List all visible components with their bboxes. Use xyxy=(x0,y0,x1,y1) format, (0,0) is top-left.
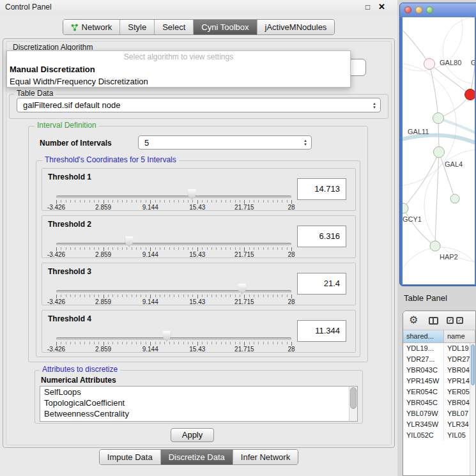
checkbox-checked-icon[interactable]: ✓ xyxy=(456,317,463,324)
dropdown-placeholder: Select algorithm to view settings xyxy=(7,51,350,63)
tab-network[interactable]: Network xyxy=(63,20,121,35)
list-item[interactable]: TopologicalCoefficient xyxy=(40,397,357,408)
column-header-name[interactable]: name xyxy=(444,330,475,342)
combo-stepper-icon[interactable]: ▲ ▼ xyxy=(303,139,307,146)
scale-label: 15.43 xyxy=(189,251,205,258)
arrow-down-icon[interactable]: ▼ xyxy=(303,143,307,146)
close-icon[interactable]: ✕ xyxy=(378,2,385,12)
slider-thumb[interactable] xyxy=(162,331,171,342)
list-item[interactable]: BetweennessCentrality xyxy=(40,408,357,419)
cell-name: YDR27 xyxy=(444,354,470,365)
threshold-panel-2: Threshold 2 -3.4262.8599.14415.4321.7152… xyxy=(42,215,356,258)
table-row[interactable]: YDR27...YDR27 xyxy=(403,354,470,365)
table-scrollbar[interactable] xyxy=(470,343,475,475)
network-window-titlebar[interactable] xyxy=(400,3,476,17)
gear-icon[interactable]: ⚙ xyxy=(409,314,418,326)
table-panel-title: Table Panel xyxy=(404,293,447,303)
scale-label: 9.144 xyxy=(142,251,158,258)
checkbox-checked-icon[interactable]: ✓ xyxy=(447,317,454,324)
cell-shared-name: YIL052C xyxy=(403,430,444,441)
table-row[interactable]: YBR045CYBR04 xyxy=(403,397,470,408)
slider-track[interactable] xyxy=(56,337,291,340)
slider-track[interactable] xyxy=(56,196,291,198)
columns-icon[interactable] xyxy=(429,317,438,325)
column-header-shared-name[interactable]: shared... xyxy=(403,330,444,342)
interval-definition-group-label: Interval Definition xyxy=(35,121,99,130)
table-row[interactable]: YPR145WYPR14 xyxy=(403,376,470,387)
tab-style[interactable]: Style xyxy=(120,20,155,35)
table-row[interactable]: YBL079WYBL07 xyxy=(403,408,470,419)
arrow-down-icon[interactable]: ▼ xyxy=(372,105,376,109)
node-gal11 xyxy=(433,113,444,124)
table-row[interactable]: YDL19...YDL19 xyxy=(403,343,470,354)
scale-label: 15.43 xyxy=(189,346,205,353)
slider-thumb[interactable] xyxy=(125,236,134,247)
node-label-gal4[interactable]: GAL4 xyxy=(445,160,463,168)
list-scrollbar[interactable] xyxy=(349,387,357,421)
cell-shared-name: YBL079W xyxy=(403,408,444,419)
close-traffic-light-icon[interactable] xyxy=(404,6,411,13)
cell-name: YPR14 xyxy=(444,376,470,387)
float-window-icon[interactable]: □ xyxy=(365,3,370,12)
table-data-combobox[interactable]: galFiltered.sif default node ▲ ▼ xyxy=(17,98,381,112)
algorithm-dropdown: Select algorithm to view settings Manual… xyxy=(6,50,351,88)
scale-label: 21.715 xyxy=(234,298,254,305)
tab-label: Style xyxy=(128,22,146,32)
scale-label: 21.715 xyxy=(234,204,254,211)
slider-thumb[interactable] xyxy=(188,189,196,200)
num-intervals-combobox[interactable]: 5 ▲ ▼ xyxy=(138,135,312,150)
table-scrollbar-thumb[interactable] xyxy=(471,344,475,385)
control-panel-titlebar[interactable]: Control Panel □ ✕ xyxy=(0,0,397,15)
top-tab-bar: NetworkStyleSelectCyni ToolboxjActiveMNo… xyxy=(63,19,335,35)
slider-track[interactable] xyxy=(56,290,291,293)
slider-scale: -3.4262.8599.14415.4321.71528 xyxy=(56,298,292,305)
slider-thumb[interactable] xyxy=(238,284,246,295)
tab-jactivemnodules[interactable]: jActiveMNodules xyxy=(257,20,335,35)
cell-name: YIL05 xyxy=(444,430,470,441)
table-row[interactable]: YLR345WYLR34 xyxy=(403,419,470,430)
table-row[interactable]: YBR043CYBR04 xyxy=(403,365,470,376)
cell-shared-name: YBR043C xyxy=(403,365,444,376)
node-label-gal11[interactable]: GAL11 xyxy=(408,128,429,135)
screen: Control Panel □ ✕ NetworkStyleSelectCyni… xyxy=(0,0,476,476)
minimize-traffic-light-icon[interactable] xyxy=(415,6,422,13)
tab-label: Infer Network xyxy=(241,452,290,462)
network-view-window: GAL80GAL11GAL4GCY1HAP2GA xyxy=(399,3,476,286)
tab-label: jActiveMNodules xyxy=(265,22,327,32)
cell-name: YDL19 xyxy=(444,343,470,354)
scale-label: 15.43 xyxy=(189,204,205,211)
threshold-value-box[interactable]: 14.713 xyxy=(297,178,346,200)
zoom-traffic-light-icon[interactable] xyxy=(426,6,433,13)
threshold-panel-3: Threshold 3 -3.4262.8599.14415.4321.7152… xyxy=(42,263,356,305)
node-label-hap2[interactable]: HAP2 xyxy=(440,253,458,261)
slider-scale: -3.4262.8599.14415.4321.71528 xyxy=(56,346,292,353)
node-hap2 xyxy=(430,241,440,251)
attributes-group-label: Attributes to discretize xyxy=(40,365,120,374)
tab-impute-data[interactable]: Impute Data xyxy=(100,450,161,464)
node-label-gcy1[interactable]: GCY1 xyxy=(403,215,422,223)
threshold-value-box[interactable]: 21.4 xyxy=(297,273,346,295)
tab-cyni-toolbox[interactable]: Cyni Toolbox xyxy=(194,20,257,35)
numerical-attributes-label: Numerical Attributes xyxy=(41,376,116,385)
combo-stepper-icon[interactable]: ▲ ▼ xyxy=(372,102,376,109)
threshold-label: Threshold 3 xyxy=(48,267,91,276)
dropdown-option-manual-discretization[interactable]: Manual Discretization xyxy=(7,63,350,75)
node-label-ga[interactable]: GA xyxy=(471,59,475,66)
list-item[interactable]: SelfLoops xyxy=(40,387,357,397)
threshold-label: Threshold 2 xyxy=(48,220,91,229)
apply-button[interactable]: Apply xyxy=(171,428,214,442)
network-canvas[interactable]: GAL80GAL11GAL4GCY1HAP2GA xyxy=(403,17,475,284)
tab-select[interactable]: Select xyxy=(155,20,194,35)
slider-track[interactable] xyxy=(56,243,291,245)
numerical-attributes-list[interactable]: SelfLoopsTopologicalCoefficientBetweenne… xyxy=(40,386,358,422)
tab-discretize-data[interactable]: Discretize Data xyxy=(161,450,233,464)
table-row[interactable]: YER054CYER05 xyxy=(403,387,470,397)
threshold-value-box[interactable]: 6.316 xyxy=(297,226,346,247)
table-row[interactable]: YIL052CYIL05 xyxy=(403,430,470,441)
tab-infer-network[interactable]: Infer Network xyxy=(233,450,298,464)
node-label-gal80[interactable]: GAL80 xyxy=(440,59,461,66)
table-panel-window: ⚙ ✓ ✓ shared... name YDL19...YDL19YDR27.… xyxy=(403,311,476,476)
dropdown-option-equal-width-frequency[interactable]: Equal Width/Frequency Discretization xyxy=(7,75,350,88)
list-scrollbar-thumb[interactable] xyxy=(350,387,357,409)
threshold-value-box[interactable]: 11.344 xyxy=(297,320,346,342)
